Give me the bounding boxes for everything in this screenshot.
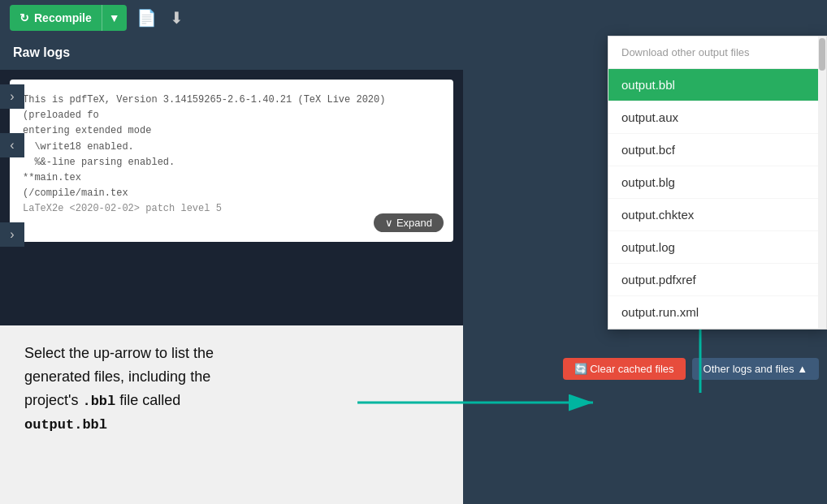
log-text: This is pdfTeX, Version 3.14159265-2.6-1… xyxy=(23,93,440,218)
dropdown-item-0[interactable]: output.bbl xyxy=(608,69,826,101)
dropdown-menu: Download other output files output.bbl o… xyxy=(608,36,827,330)
log-line-5: **main.tex xyxy=(23,170,440,186)
raw-logs-header: Raw logs xyxy=(0,36,463,70)
main-content: Raw logs › ‹ › This is pdfTeX, Version 3… xyxy=(0,36,827,504)
log-line-6: (/compile/main.tex xyxy=(23,186,440,201)
log-line-3: \write18 enabled. xyxy=(23,140,440,155)
toolbar: ↻ Recompile ▼ 📄 ⬇ xyxy=(0,0,827,36)
document-icon[interactable]: 📄 xyxy=(133,5,160,31)
right-bottom-bar: 🔄 Clear cached files Other logs and file… xyxy=(463,353,827,384)
clear-cached-label: 🔄 Clear cached files xyxy=(574,363,674,375)
dropdown-header: Download other output files xyxy=(608,37,826,69)
left-annotation: Select the up-arrow to list the generate… xyxy=(0,325,463,504)
bbl-mono-1: .bbl xyxy=(82,394,115,409)
nav-arrow-left-mid[interactable]: ‹ xyxy=(0,133,24,157)
log-line-2: entering extended mode xyxy=(23,123,440,139)
expand-button[interactable]: ∨ Expand xyxy=(374,213,444,232)
dropdown-item-2[interactable]: output.bcf xyxy=(608,134,826,166)
log-content-area: This is pdfTeX, Version 3.14159265-2.6-1… xyxy=(10,80,453,242)
annotation-text-left: Select the up-arrow to list the generate… xyxy=(24,342,439,436)
recompile-dropdown-arrow[interactable]: ▼ xyxy=(102,5,127,31)
other-logs-button[interactable]: Other logs and files ▲ xyxy=(692,358,819,380)
dropdown-item-1[interactable]: output.aux xyxy=(608,101,826,134)
chevron-down-icon: ▼ xyxy=(109,11,120,24)
right-panel: Download other output files output.bbl o… xyxy=(463,36,827,504)
dropdown-item-7[interactable]: output.run.xml xyxy=(608,296,826,329)
log-line-4: %&-line parsing enabled. xyxy=(23,155,440,170)
recompile-button[interactable]: ↻ Recompile ▼ xyxy=(10,5,127,31)
dropdown-item-3[interactable]: output.blg xyxy=(608,166,826,199)
download-icon[interactable]: ⬇ xyxy=(167,5,187,31)
left-panel: Raw logs › ‹ › This is pdfTeX, Version 3… xyxy=(0,36,463,504)
nav-arrow-right-top[interactable]: › xyxy=(0,84,24,109)
dropdown-item-6[interactable]: output.pdfxref xyxy=(608,264,826,296)
other-logs-label: Other logs and files ▲ xyxy=(704,363,808,375)
log-line-1: This is pdfTeX, Version 3.14159265-2.6-1… xyxy=(23,93,440,123)
dropdown-item-4[interactable]: output.chktex xyxy=(608,199,826,231)
refresh-icon: ↻ xyxy=(19,11,29,24)
expand-label: ∨ Expand xyxy=(385,217,432,229)
dropdown-scrollbar[interactable] xyxy=(818,37,826,329)
raw-logs-title: Raw logs xyxy=(13,45,70,59)
recompile-label: Recompile xyxy=(34,11,92,24)
recompile-main[interactable]: ↻ Recompile xyxy=(10,5,102,31)
output-bbl-mono: output.bbl xyxy=(24,417,107,433)
nav-arrow-right-bot[interactable]: › xyxy=(0,222,24,247)
clear-cached-button[interactable]: 🔄 Clear cached files xyxy=(563,358,686,380)
scrollbar-thumb xyxy=(819,38,825,71)
dropdown-item-5[interactable]: output.log xyxy=(608,231,826,264)
